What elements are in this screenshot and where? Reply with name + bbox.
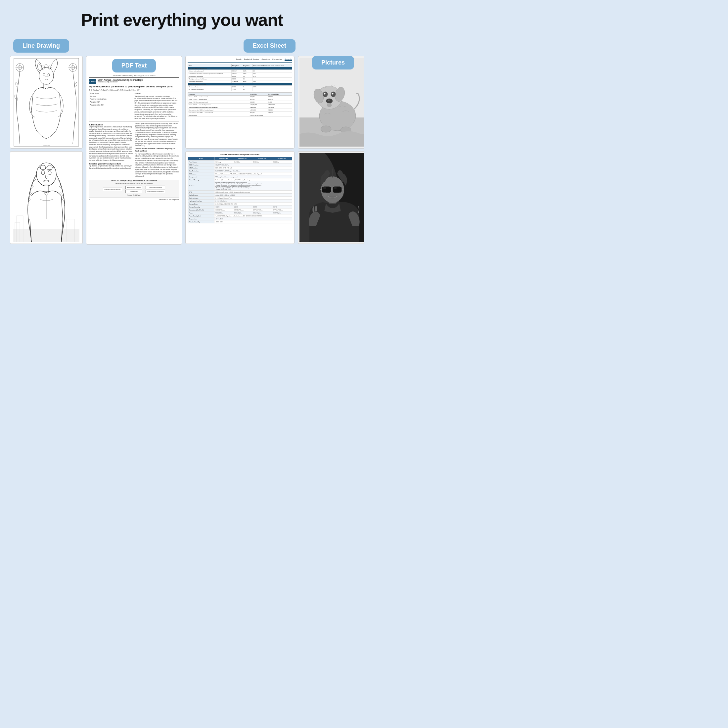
pdf-body1: Engineering ceramics are used in a wide … bbox=[89, 126, 133, 162]
excel-emissions-table: Emissions Tons CO2e Metric tons CO2e Sco… bbox=[188, 92, 292, 117]
labels-row: Line Drawing Excel Sheet bbox=[10, 39, 354, 53]
svg-point-44 bbox=[327, 104, 332, 107]
nas-row: NAS FunctionNFS, CIFS, HTTP, FTP, AFP bbox=[188, 167, 292, 170]
excel-water-table: Water Kilogallons Megalitres Total water… bbox=[188, 64, 292, 91]
nas-row: Power500W 80plus500W 80plus500W 80plus80… bbox=[188, 211, 292, 214]
excel-row: Core metrics sites GHG — location-based1… bbox=[188, 109, 292, 112]
excel-row: On-site well water use2,3039100% bbox=[188, 86, 292, 88]
svg-rect-52 bbox=[322, 186, 331, 193]
excel-row-total: Total water withdrawal1,148,0944,26510% bbox=[188, 80, 292, 83]
excel-nav-products[interactable]: Products & Services bbox=[244, 58, 259, 61]
main-title: Print everything you want bbox=[10, 10, 354, 30]
col-excel: People Products & Services Operations Co… bbox=[185, 56, 295, 245]
nas-row: OS SupportMicrosoft Windows/Linux/MacOS/… bbox=[188, 173, 292, 175]
excel-nav-communities[interactable]: Communities bbox=[272, 58, 282, 61]
pdf-authors: T. El-Wardany*, R. Barth*, J. Holowczak*… bbox=[89, 89, 179, 91]
page-wrapper: Print everything you want Line Drawing E… bbox=[0, 0, 364, 76]
diagram-box-trust: Trust & norms bbox=[125, 190, 142, 193]
nas-table: Model SS3000G-9NC SS3000G-12C SS3000G-16… bbox=[188, 157, 292, 223]
pdf-journal-info: CIRP Annals - Manufacturing Technology d… bbox=[98, 79, 143, 84]
diagram-arrow2: → bbox=[143, 189, 145, 191]
excel-row-ghg: GHG intensity0.00012 MT/$ revenue bbox=[188, 114, 292, 117]
diagram-box-quasi: Quasi-voluntary compliance bbox=[145, 190, 165, 193]
label-excel-sheet: Excel Sheet bbox=[243, 39, 295, 53]
nas-row: Cache Memorydefault DDR4 16GB, up to 64G… bbox=[188, 194, 292, 197]
svg-point-39 bbox=[331, 92, 335, 97]
nas-row: Power Supply Unit1+1 500W 80PLUS platinu… bbox=[188, 214, 292, 217]
excel-nav-operations[interactable]: Operations bbox=[262, 58, 270, 61]
nas-row: CPU64 Bit 4-core 8-thread 3.3GHz storage… bbox=[188, 191, 292, 194]
pdf-page-num: 8 bbox=[89, 199, 90, 201]
svg-point-57 bbox=[322, 192, 327, 197]
diagram-row1: Political support for reforms → Administ… bbox=[103, 186, 165, 193]
excel-nav: People Products & Services Operations Co… bbox=[188, 58, 292, 63]
excel-row: Combination of surface water and groundw… bbox=[188, 72, 292, 75]
col-pdf-text: PDF Text CIRP Annals - Manufacturing Tec… bbox=[86, 56, 182, 245]
nas-row: High-speed Interface2 X 10 SFP+ Ports bbox=[188, 200, 292, 202]
nas-row: Basic Interface2 X 1 Gigabit Ethernet Po… bbox=[188, 197, 292, 200]
pdf-section2: Selected geometry and procedure bbox=[89, 163, 133, 165]
nas-title: SS3000 economical enterprise-class NAS bbox=[188, 153, 292, 156]
excel-onsite-header: ON-SITE WATER SOURCES bbox=[188, 83, 292, 86]
excel-nav-appendix[interactable]: Appendix bbox=[284, 58, 292, 61]
excel-nav-people[interactable]: People bbox=[236, 58, 242, 61]
pdf-diagram-title: FIGURE 1.4 Theory of Change for Innovati… bbox=[111, 180, 157, 182]
excel-water-sheet: People Products & Services Operations Co… bbox=[185, 56, 295, 148]
nas-row: Data ProtectionRAID 0,1,5,6,7,10,50,Sing… bbox=[188, 170, 292, 173]
excel-row: Surface water withdrawal609,1672,4255% bbox=[188, 70, 292, 72]
svg-rect-0 bbox=[13, 58, 80, 147]
nas-col-12c: SS3000G-12C bbox=[233, 157, 252, 161]
svg-point-38 bbox=[323, 92, 327, 97]
excel-row: Scope 1 GHG — location-based817,000900,0… bbox=[188, 96, 292, 98]
excel-row: On-site water reclamation10,30340 bbox=[188, 88, 292, 91]
nas-col-24c: SS3000G-24C bbox=[272, 157, 292, 161]
pdf-article-info: Article history: Received Received in re… bbox=[89, 92, 179, 122]
art-nouveau-svg: © 2009 EMI bbox=[13, 58, 80, 147]
pdf-col-right: extent of government reciprocity and acc… bbox=[135, 123, 179, 178]
svg-rect-53 bbox=[333, 186, 342, 193]
excel-row: Municipal water and withdrawal31,438119 bbox=[188, 78, 292, 80]
svg-point-55 bbox=[323, 187, 326, 189]
excel-row: Scope 2 GHG — market-based882,000900,000 bbox=[188, 98, 292, 101]
nas-col-16c: SS3000G-16C bbox=[252, 157, 272, 161]
nas-row: ManagementWeb graphical interface manage… bbox=[188, 175, 292, 178]
excel-offsite-header: OFF-SITE WATER SOURCES bbox=[188, 67, 292, 70]
dog-svg bbox=[300, 58, 364, 147]
diagram-box-enhanced: Enhanced compliance bbox=[145, 186, 165, 189]
picture-dog bbox=[298, 56, 364, 148]
pdf-label-row: PDF Text bbox=[89, 59, 179, 72]
diagram-arrow1: → bbox=[123, 189, 125, 191]
person-svg bbox=[300, 153, 364, 242]
pdf-source: Source: World Bank. bbox=[127, 194, 141, 197]
pdf-footer: 8 Innovations in Tax Compliance bbox=[89, 199, 179, 202]
pdf-logo-row: ELSEVIER CIRP Annals - Manufacturing Tec… bbox=[89, 79, 179, 84]
diagram-right: Enhanced compliance Quasi-voluntary comp… bbox=[145, 186, 165, 193]
nas-row: Features• Support the balance and aggreg… bbox=[188, 181, 292, 191]
pdf-article-title: Optimum process parameters to produce gr… bbox=[89, 85, 179, 88]
picture-person bbox=[298, 151, 364, 244]
svg-point-42 bbox=[326, 99, 333, 103]
svg-point-41 bbox=[332, 93, 333, 95]
pdf-section1: 1. Introduction bbox=[89, 124, 133, 126]
svg-point-58 bbox=[338, 192, 344, 197]
pdf-col-left: 1. Introduction Engineering ceramics are… bbox=[89, 123, 133, 178]
content-grid: © 2009 EMI bbox=[10, 56, 354, 245]
col-line-drawing: © 2009 EMI bbox=[10, 56, 83, 245]
excel-col-megalitres: Megalitres bbox=[242, 64, 252, 67]
woman-braids-drawing bbox=[10, 151, 83, 244]
excel-row: Scope 2 GHG — business travel191,00090,0… bbox=[188, 101, 292, 104]
col-pictures bbox=[298, 56, 364, 245]
pdf-body2: Fig. 2 shows a representative title high… bbox=[89, 165, 133, 170]
diagram-box-admin: Administrative capacity bbox=[125, 186, 142, 189]
nas-col-model: Model bbox=[188, 157, 214, 161]
pdf-doi: doi:10.1016/j.cirp.2009.03.034 bbox=[98, 81, 143, 83]
nas-row: Temperature+0°C~+45°C bbox=[188, 217, 292, 220]
label-pdf-text: PDF Text bbox=[112, 59, 156, 72]
woman-braids-svg bbox=[13, 153, 80, 242]
nas-row: Storage Drives2.5/3.5"SATA, SAS, SSD 1TB… bbox=[188, 202, 292, 205]
excel-col-water: Water bbox=[188, 64, 232, 67]
nas-row: Relative Humidity+10%~+90% bbox=[188, 220, 292, 223]
svg-point-45 bbox=[321, 126, 331, 132]
diagram-middle: Administrative capacity Trust & norms bbox=[125, 186, 142, 193]
excel-row-total: Total calculated GHG excluding sold prod… bbox=[188, 106, 292, 109]
